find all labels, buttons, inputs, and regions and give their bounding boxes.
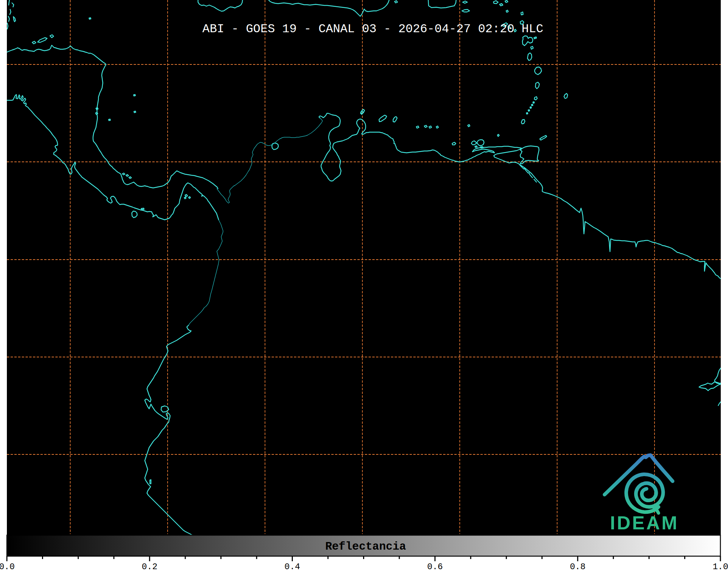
svg-text:IDEAM: IDEAM: [610, 512, 679, 533]
svg-text:0.2: 0.2: [142, 562, 157, 571]
svg-text:1.0: 1.0: [712, 562, 728, 571]
svg-text:0.0: 0.0: [0, 562, 15, 571]
svg-text:ABI - GOES 19 - CANAL 03 - 202: ABI - GOES 19 - CANAL 03 - 2026-04-27 02…: [202, 22, 543, 36]
svg-text:0.6: 0.6: [427, 562, 443, 571]
svg-text:0.8: 0.8: [570, 562, 585, 571]
svg-text:0.4: 0.4: [285, 562, 300, 571]
svg-text:Reflectancia: Reflectancia: [325, 540, 406, 553]
